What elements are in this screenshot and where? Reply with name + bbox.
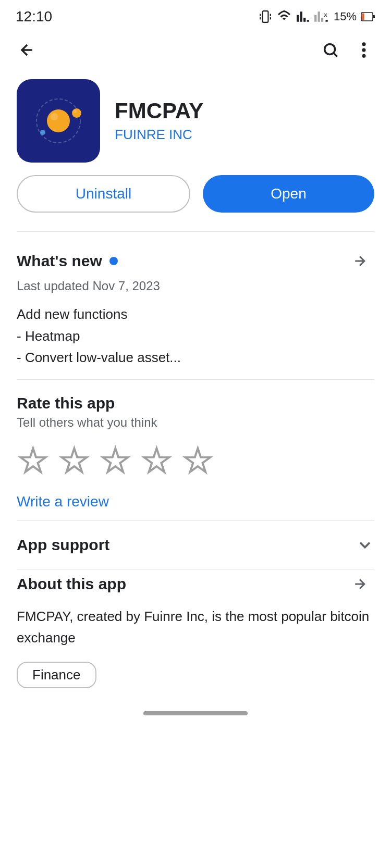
stars-row: ☆ ☆ ☆ ☆ ☆ [17,442,374,479]
svg-point-18 [40,130,45,135]
star-1[interactable]: ☆ [17,442,50,479]
more-icon [361,41,366,59]
battery-text: 15% [334,10,357,23]
uninstall-button[interactable]: Uninstall [17,175,190,213]
svg-point-17 [74,110,77,113]
svg-point-15 [51,113,58,120]
app-icon [17,79,100,163]
search-icon [322,41,339,59]
about-section: About this app FMCPAY, created by Fuinre… [0,569,391,701]
whats-new-body: Add new functions- Heatmap- Convert low-… [17,304,374,369]
svg-point-9 [325,44,335,55]
whats-new-section: What's new Last updated Nov 7, 2023 Add … [0,232,391,379]
whats-new-title-row: What's new [17,252,118,270]
whats-new-title: What's new [17,252,102,270]
whats-new-date: Last updated Nov 7, 2023 [17,279,374,293]
rate-section: Rate this app Tell others what you think… [0,380,391,520]
new-indicator-dot [109,257,118,265]
app-info: FMCPAY FUINRE INC [115,99,374,142]
write-review-link[interactable]: Write a review [17,493,109,510]
status-time: 12:10 [16,8,52,25]
star-3[interactable]: ☆ [99,442,132,479]
app-name: FMCPAY [115,99,374,123]
bottom-bar [0,701,391,721]
about-arrow-icon [352,576,368,592]
rate-title: Rate this app [17,394,374,412]
chevron-down-icon [356,536,374,554]
top-nav [0,31,391,69]
svg-point-10 [362,42,365,46]
more-button[interactable] [349,35,378,65]
status-bar: 12:10 X 15% [0,0,391,31]
battery-icon [361,11,375,22]
app-developer: FUINRE INC [115,127,374,143]
svg-rect-8 [362,14,364,20]
app-header: FMCPAY FUINRE INC [0,69,391,175]
whats-new-arrow-button[interactable] [345,246,374,276]
app-support-title: App support [17,536,109,554]
about-header-row: About this app [17,569,374,599]
status-icons: X 15% [259,10,375,23]
about-body: FMCPAY, created by Fuinre Inc, is the mo… [17,606,374,649]
about-title: About this app [17,575,126,593]
vibrate-icon [259,10,272,23]
search-button[interactable] [316,35,345,65]
action-buttons: Uninstall Open [0,175,391,231]
svg-rect-0 [263,11,268,22]
open-button[interactable]: Open [203,175,374,213]
svg-rect-7 [373,15,375,18]
arrow-right-icon [352,253,368,269]
wifi-icon [276,10,292,23]
star-5[interactable]: ☆ [181,442,214,479]
svg-point-12 [362,54,365,58]
svg-text:X: X [324,12,327,18]
signal2-icon: X [314,10,329,23]
star-2[interactable]: ☆ [58,442,91,479]
svg-point-16 [72,108,81,118]
about-arrow-button[interactable] [345,569,374,599]
star-4[interactable]: ☆ [140,442,173,479]
svg-point-14 [47,109,70,132]
rate-subtitle: Tell others what you think [17,415,374,430]
finance-tag[interactable]: Finance [17,662,96,688]
back-button[interactable] [13,35,42,65]
whats-new-header: What's new [17,246,374,276]
svg-point-11 [362,48,365,52]
bottom-home-indicator [143,711,248,715]
signal-icon [296,10,310,23]
nav-right [316,35,378,65]
app-support-section[interactable]: App support [0,521,391,569]
